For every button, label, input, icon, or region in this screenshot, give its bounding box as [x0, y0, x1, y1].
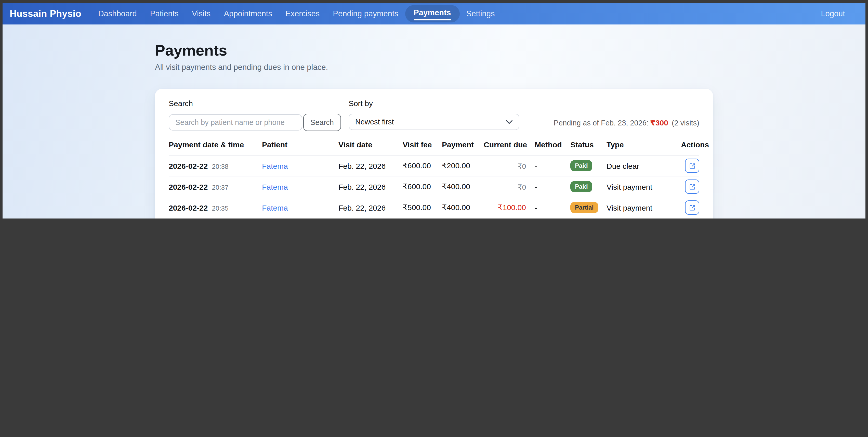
col-header-payment-date: Payment date & time — [169, 131, 262, 155]
page-title: Payments — [155, 42, 713, 59]
sort-selected-value: Newest first — [355, 118, 394, 126]
sort-select[interactable]: Newest first — [349, 114, 519, 130]
main-nav: DashboardPatientsVisitsAppointmentsExerc… — [92, 5, 501, 23]
nav-item-appointments[interactable]: Appointments — [217, 5, 279, 23]
visit-date: Feb. 22, 2026 — [338, 218, 403, 218]
sort-group: Sort by Newest first — [349, 99, 519, 130]
col-header-method: Method — [535, 131, 570, 155]
payment-time: 20:38 — [212, 163, 228, 170]
payment-method: - — [535, 218, 570, 218]
payment-type: Due clear — [607, 218, 681, 218]
table-row: 2026-02-2220:35 Fatema Feb. 22, 2026 ₹50… — [169, 197, 699, 218]
search-label: Search — [169, 99, 341, 108]
payment-method: - — [535, 197, 570, 218]
current-due: ₹100.00 — [498, 203, 526, 212]
nav-item-visits[interactable]: Visits — [185, 5, 217, 23]
payments-table: Payment date & time Patient Visit date V… — [169, 131, 699, 218]
payment-date: 2026-02-22 — [169, 162, 208, 170]
pending-amount: ₹300 — [650, 118, 668, 127]
col-header-visit-fee: Visit fee — [403, 131, 442, 155]
visit-date: Feb. 22, 2026 — [338, 197, 403, 218]
payment-amount: ₹400.00 — [442, 197, 484, 218]
patient-link[interactable]: Fatema — [262, 182, 288, 191]
open-payment-button[interactable] — [685, 200, 699, 215]
current-due: ₹0 — [518, 183, 526, 191]
search-button[interactable]: Search — [303, 114, 341, 131]
col-header-type: Type — [607, 131, 681, 155]
nav-item-label: Exercises — [285, 9, 319, 18]
table-row: 2026-02-2220:37 Fatema Feb. 22, 2026 ₹60… — [169, 176, 699, 197]
payment-date: 2026-02-22 — [169, 203, 208, 212]
nav-item-label: Appointments — [224, 9, 272, 18]
payment-amount: ₹100.00 — [442, 218, 484, 218]
payment-method: - — [535, 176, 570, 197]
chevron-down-icon — [506, 120, 513, 124]
table-row: 2026-02-2220:34 Ruqaiya Beguwala Feb. 22… — [169, 218, 699, 218]
pending-label: Pending as of Feb. 23, 2026: — [554, 119, 649, 127]
payment-amount: ₹200.00 — [442, 155, 484, 176]
table-header-row: Payment date & time Patient Visit date V… — [169, 131, 699, 155]
payment-type: Visit payment — [607, 176, 681, 197]
table-row: 2026-02-2220:38 Fatema Feb. 22, 2026 ₹60… — [169, 155, 699, 176]
payment-amount: ₹400.00 — [442, 176, 484, 197]
visit-fee: ₹600.00 — [403, 155, 442, 176]
patient-link[interactable]: Fatema — [262, 162, 288, 170]
page-subtitle: All visit payments and pending dues in o… — [155, 63, 713, 72]
nav-item-label: Pending payments — [333, 9, 398, 18]
nav-item-pending-payments[interactable]: Pending payments — [326, 5, 405, 23]
visit-date: Feb. 22, 2026 — [338, 176, 403, 197]
payment-time: 20:35 — [212, 204, 228, 212]
search-group: Search Search — [169, 99, 341, 131]
nav-item-payments[interactable]: Payments — [405, 5, 460, 23]
status-badge: Partial — [570, 202, 598, 213]
external-link-icon — [689, 163, 695, 169]
external-link-icon — [689, 183, 695, 190]
current-due: ₹0 — [518, 162, 526, 170]
visit-fee: ₹500.00 — [403, 197, 442, 218]
logout-link[interactable]: Logout — [821, 9, 845, 18]
status-badge: Paid — [570, 160, 592, 171]
browser-window: Hussain Physio DashboardPatientsVisitsAp… — [0, 0, 868, 218]
main-content: Payments All visit payments and pending … — [155, 42, 713, 218]
open-payment-button[interactable] — [685, 158, 699, 173]
nav-item-dashboard[interactable]: Dashboard — [92, 5, 144, 23]
filters-bar: Search Search Sort by Newest first — [169, 99, 699, 131]
nav-item-settings[interactable]: Settings — [460, 5, 501, 23]
payment-type: Due clear — [607, 155, 681, 176]
col-header-visit-date: Visit date — [338, 131, 403, 155]
col-header-actions: Actions — [681, 131, 699, 155]
payment-time: 20:37 — [212, 183, 228, 191]
open-payment-button[interactable] — [685, 179, 699, 194]
app-brand: Hussain Physio — [10, 8, 81, 19]
nav-item-label: Patients — [150, 9, 179, 18]
visit-fee: ₹600.00 — [403, 176, 442, 197]
search-input[interactable] — [169, 114, 302, 130]
col-header-status: Status — [570, 131, 607, 155]
nav-item-label: Payments — [413, 8, 451, 20]
payment-date: 2026-02-22 — [169, 182, 208, 191]
status-badge: Paid — [570, 181, 592, 192]
navbar: Hussain Physio DashboardPatientsVisitsAp… — [3, 3, 865, 25]
payment-type: Visit payment — [607, 197, 681, 218]
nav-item-label: Visits — [192, 9, 211, 18]
nav-item-label: Settings — [466, 9, 495, 18]
payments-card: Search Search Sort by Newest first — [155, 89, 713, 218]
sort-label: Sort by — [349, 99, 519, 108]
visit-date: Feb. 22, 2026 — [338, 155, 403, 176]
col-header-current-due: Current due — [484, 131, 535, 155]
nav-item-exercises[interactable]: Exercises — [279, 5, 326, 23]
payment-method: - — [535, 155, 570, 176]
external-link-icon — [689, 204, 695, 211]
col-header-patient: Patient — [262, 131, 338, 155]
pending-summary: Pending as of Feb. 23, 2026:₹300 (2 visi… — [519, 118, 699, 127]
nav-item-label: Dashboard — [98, 9, 137, 18]
app-viewport: Hussain Physio DashboardPatientsVisitsAp… — [3, 3, 865, 218]
col-header-payment: Payment — [442, 131, 484, 155]
pending-visits-count: (2 visits) — [672, 119, 699, 127]
nav-item-patients[interactable]: Patients — [144, 5, 185, 23]
visit-fee: ₹600.00 — [403, 218, 442, 218]
patient-link[interactable]: Fatema — [262, 203, 288, 212]
